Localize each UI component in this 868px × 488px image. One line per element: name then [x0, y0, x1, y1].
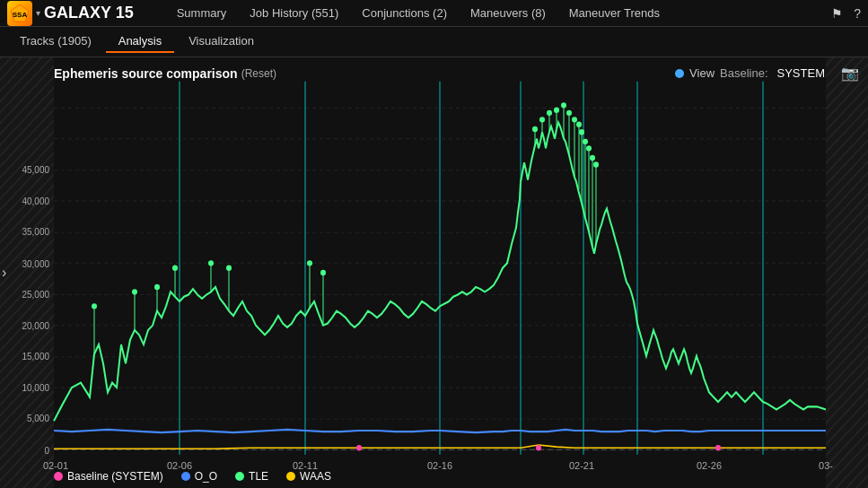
- legend-tle: TLE: [235, 470, 268, 483]
- svg-point-72: [566, 110, 572, 116]
- logo-area: SSA ▾ GALAXY 15: [7, 1, 152, 26]
- tab-analysis[interactable]: Analysis: [106, 30, 174, 53]
- top-navigation: SSA ▾ GALAXY 15 Summary Job History (551…: [0, 0, 868, 27]
- svg-text:02-01: 02-01: [43, 459, 68, 470]
- svg-text:15,000: 15,000: [22, 352, 49, 362]
- svg-point-48: [132, 289, 137, 294]
- svg-point-64: [539, 117, 545, 122]
- tab-summary[interactable]: Summary: [166, 3, 238, 23]
- baseline-legend-label: Baseline (SYSTEM): [67, 470, 163, 483]
- tle-legend-dot: [235, 472, 244, 481]
- chart-svg: 0 5,000 10,000 15,000 20,000 25,000 30,0…: [0, 57, 868, 488]
- svg-point-58: [307, 260, 312, 266]
- svg-text:02-06: 02-06: [167, 459, 192, 470]
- svg-point-66: [547, 110, 552, 116]
- svg-point-46: [92, 303, 97, 309]
- tle-legend-label: TLE: [249, 470, 268, 483]
- oo-legend-label: O_O: [195, 470, 217, 483]
- svg-point-52: [172, 265, 178, 270]
- waas-legend-dot: [286, 472, 295, 481]
- svg-text:20,000: 20,000: [22, 321, 49, 331]
- legend-baseline: Baseline (SYSTEM): [54, 470, 163, 483]
- app-logo: SSA: [7, 1, 32, 26]
- legend-oo: O_O: [181, 470, 217, 483]
- chart-reset-button[interactable]: (Reset): [241, 67, 276, 80]
- svg-point-70: [561, 102, 566, 108]
- view-label[interactable]: View: [689, 66, 715, 80]
- svg-point-80: [583, 139, 588, 144]
- svg-text:02-16: 02-16: [427, 459, 452, 470]
- svg-rect-7: [826, 57, 868, 488]
- baseline-legend-dot: [54, 472, 63, 481]
- tab-tracks[interactable]: Tracks (1905): [7, 30, 104, 53]
- svg-point-82: [586, 145, 592, 151]
- svg-text:40,000: 40,000: [22, 196, 49, 206]
- app-title: GALAXY 15: [44, 4, 134, 22]
- svg-rect-2: [0, 57, 868, 488]
- svg-text:30,000: 30,000: [22, 258, 49, 268]
- svg-point-56: [226, 265, 232, 270]
- svg-point-60: [320, 270, 326, 275]
- tab-maneuver-trends[interactable]: Maneuver Trends: [558, 3, 671, 23]
- tab-visualization[interactable]: Visualization: [176, 30, 267, 53]
- svg-text:03-: 03-: [819, 459, 833, 470]
- waas-legend-label: WAAS: [300, 470, 331, 483]
- svg-text:45,000: 45,000: [22, 165, 49, 175]
- chart-view-controls: View Baseline: SYSTEM 📷: [675, 65, 859, 82]
- baseline-label: Baseline:: [720, 66, 767, 80]
- svg-text:5,000: 5,000: [27, 414, 49, 423]
- svg-point-87: [536, 445, 541, 450]
- chart-svg-area: 0 5,000 10,000 15,000 20,000 25,000 30,0…: [0, 57, 868, 488]
- nav-icons: ⚑ ?: [831, 6, 861, 21]
- tab-conjunctions[interactable]: Conjunctions (2): [351, 3, 458, 23]
- svg-text:02-26: 02-26: [697, 459, 722, 470]
- svg-point-68: [554, 107, 559, 112]
- camera-icon[interactable]: 📷: [841, 65, 859, 82]
- svg-point-54: [208, 260, 214, 266]
- svg-text:0: 0: [44, 445, 49, 455]
- svg-point-84: [590, 155, 595, 161]
- baseline-value: SYSTEM: [777, 66, 825, 80]
- tab-job-history[interactable]: Job History (551): [239, 3, 349, 23]
- svg-text:SSA: SSA: [13, 11, 28, 19]
- svg-point-88: [715, 445, 721, 450]
- svg-text:02-11: 02-11: [293, 459, 318, 470]
- svg-point-74: [572, 117, 577, 122]
- chart-title: Ephemeris source comparison: [54, 66, 238, 81]
- svg-point-50: [154, 284, 160, 290]
- chart-container: › Ephemeris source comparison (Reset) Vi…: [0, 57, 868, 488]
- view-dot-icon: [675, 69, 684, 78]
- chart-header: Ephemeris source comparison (Reset) View…: [54, 65, 859, 82]
- oo-legend-dot: [181, 472, 190, 481]
- second-navigation: Tracks (1905) Analysis Visualization: [0, 27, 868, 57]
- svg-text:02-21: 02-21: [569, 459, 594, 470]
- baseline-dot: [356, 445, 362, 450]
- flag-icon[interactable]: ⚑: [831, 6, 843, 21]
- svg-point-86: [593, 161, 599, 167]
- question-icon[interactable]: ?: [854, 6, 861, 21]
- svg-point-78: [579, 129, 584, 135]
- expand-arrow-icon[interactable]: ›: [2, 265, 6, 281]
- dropdown-arrow-icon[interactable]: ▾: [36, 8, 40, 18]
- chart-legend: Baseline (SYSTEM) O_O TLE WAAS: [54, 470, 331, 483]
- svg-point-76: [576, 121, 582, 126]
- svg-point-62: [532, 126, 538, 132]
- legend-waas: WAAS: [286, 470, 331, 483]
- svg-text:10,000: 10,000: [22, 383, 49, 393]
- tab-maneuvers[interactable]: Maneuvers (8): [460, 3, 557, 23]
- svg-text:25,000: 25,000: [22, 289, 49, 299]
- svg-text:35,000: 35,000: [22, 227, 49, 237]
- top-nav-tabs: Summary Job History (551) Conjunctions (…: [166, 3, 832, 23]
